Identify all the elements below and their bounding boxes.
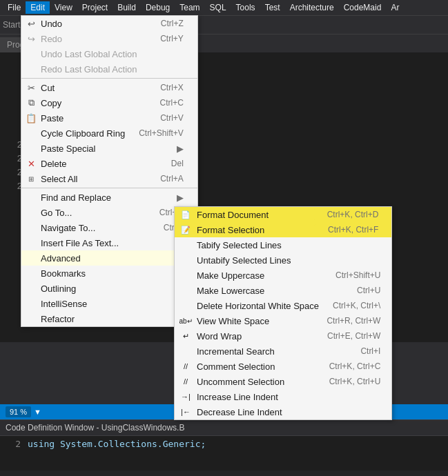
zoom-level[interactable]: 91 % (6, 406, 31, 417)
menu-item-advanced[interactable]: Advanced ▶ (21, 250, 197, 266)
menu-item-cut[interactable]: ✂ Cut Ctrl+X (21, 80, 197, 95)
menu-view[interactable]: View (50, 1, 77, 14)
view-ws-icon: ab↵ (179, 317, 193, 325)
advanced-menu: 📄 Format Document Ctrl+K, Ctrl+D 📝 Forma… (174, 206, 392, 420)
menu-item-intellisense[interactable]: IntelliSense ▶ (21, 296, 197, 311)
find-replace-arrow: ▶ (177, 192, 184, 203)
submenu-format-sel[interactable]: 📝 Format Selection Ctrl+K, Ctrl+F (175, 222, 391, 237)
menu-team[interactable]: Team (175, 1, 204, 14)
menu-item-copy[interactable]: ⧉ Copy Ctrl+C (21, 95, 197, 110)
separator-1 (21, 78, 197, 79)
menu-item-redo[interactable]: ↪ Redo Ctrl+Y (21, 31, 197, 46)
submenu-del-whitespace[interactable]: Delete Horizontal White Space Ctrl+K, Ct… (175, 298, 391, 313)
uncomment-icon: // (179, 377, 193, 386)
select-all-icon: ⊞ (24, 175, 38, 183)
menu-debug[interactable]: Debug (141, 1, 175, 14)
submenu-tabify[interactable]: Tabify Selected Lines (175, 237, 391, 252)
bottom-panel-title: Code Definition Window - UsingClassWindo… (0, 420, 448, 436)
toolbar-start[interactable]: Start (3, 20, 20, 30)
menu-item-insert-file[interactable]: Insert File As Text... (21, 235, 197, 250)
menu-item-outlining[interactable]: Outlining ▶ (21, 281, 197, 296)
separator-2 (21, 188, 197, 188)
menu-item-clipboard-ring[interactable]: Cycle Clipboard Ring Ctrl+Shift+V (21, 126, 197, 141)
indent-dec-icon: |← (179, 408, 193, 416)
word-wrap-icon: ↵ (179, 332, 193, 341)
submenu-comment[interactable]: // Comment Selection Ctrl+K, Ctrl+C (175, 359, 391, 374)
bottom-code: using System.Collections.Generic; (28, 439, 206, 468)
submenu-increase-indent[interactable]: →| Increase Line Indent (175, 389, 391, 404)
menu-sql[interactable]: SQL (205, 1, 231, 14)
menu-ar[interactable]: Ar (386, 1, 404, 14)
paste-special-arrow: ▶ (177, 143, 184, 154)
menu-edit[interactable]: Edit (26, 1, 50, 14)
menu-architecture[interactable]: Architecture (285, 1, 339, 14)
comment-icon: // (179, 362, 193, 370)
bottom-line-num: 2 (0, 439, 28, 468)
indent-inc-icon: →| (179, 393, 193, 401)
edit-dropdown: ↩ Undo Ctrl+Z ↪ Redo Ctrl+Y Undo Last Gl… (21, 15, 198, 327)
menu-codemaid[interactable]: CodeMaid (339, 1, 387, 14)
menu-item-paste-special[interactable]: Paste Special ▶ (21, 141, 197, 156)
menu-bar: File Edit View Project Build Debug Team … (0, 0, 448, 15)
menu-item-bookmarks[interactable]: Bookmarks ▶ (21, 266, 197, 281)
menu-item-goto[interactable]: Go To... Ctrl+G (21, 205, 197, 220)
submenu-untabify[interactable]: Untabify Selected Lines (175, 252, 391, 268)
menu-item-navigate[interactable]: Navigate To... Ctrl+, (21, 220, 197, 235)
advanced-submenu: 📄 Format Document Ctrl+K, Ctrl+D 📝 Forma… (174, 206, 392, 420)
menu-item-select-all[interactable]: ⊞ Select All Ctrl+A (21, 171, 197, 186)
bottom-panel: Code Definition Window - UsingClassWindo… (0, 419, 448, 476)
submenu-uppercase[interactable]: Make Uppercase Ctrl+Shift+U (175, 268, 391, 283)
menu-project[interactable]: Project (77, 1, 113, 14)
menu-item-delete[interactable]: ✕ Delete Del (21, 156, 197, 171)
submenu-uncomment[interactable]: // Uncomment Selection Ctrl+K, Ctrl+U (175, 374, 391, 389)
edit-menu: ↩ Undo Ctrl+Z ↪ Redo Ctrl+Y Undo Last Gl… (21, 15, 198, 327)
submenu-word-wrap[interactable]: ↵ Word Wrap Ctrl+E, Ctrl+W (175, 328, 391, 344)
menu-item-undo-global[interactable]: Undo Last Global Action (21, 46, 197, 61)
menu-item-redo-global[interactable]: Redo Last Global Action (21, 61, 197, 77)
cut-icon: ✂ (24, 83, 38, 93)
submenu-decrease-indent[interactable]: |← Decrease Line Indent (175, 404, 391, 419)
undo-icon: ↩ (24, 19, 38, 29)
submenu-view-whitespace[interactable]: ab↵ View White Space Ctrl+R, Ctrl+W (175, 313, 391, 328)
copy-icon: ⧉ (24, 97, 38, 108)
menu-file[interactable]: File (3, 1, 26, 14)
format-sel-icon: 📝 (179, 226, 193, 235)
redo-icon: ↪ (24, 34, 38, 44)
submenu-lowercase[interactable]: Make Lowercase Ctrl+U (175, 283, 391, 298)
menu-item-undo[interactable]: ↩ Undo Ctrl+Z (21, 16, 197, 31)
format-doc-icon: 📄 (179, 210, 193, 219)
submenu-format-doc[interactable]: 📄 Format Document Ctrl+K, Ctrl+D (175, 207, 391, 222)
menu-item-refactor[interactable]: Refactor ▶ (21, 311, 197, 326)
menu-item-find-replace[interactable]: Find and Replace ▶ (21, 190, 197, 205)
menu-test[interactable]: Test (260, 1, 285, 14)
zoom-arrow[interactable]: ▼ (34, 408, 41, 416)
delete-icon: ✕ (24, 159, 38, 169)
paste-icon: 📋 (24, 113, 38, 123)
menu-tools[interactable]: Tools (231, 1, 260, 14)
menu-build[interactable]: Build (113, 1, 141, 14)
menu-item-paste[interactable]: 📋 Paste Ctrl+V (21, 110, 197, 126)
submenu-incremental-search[interactable]: Incremental Search Ctrl+I (175, 344, 391, 359)
